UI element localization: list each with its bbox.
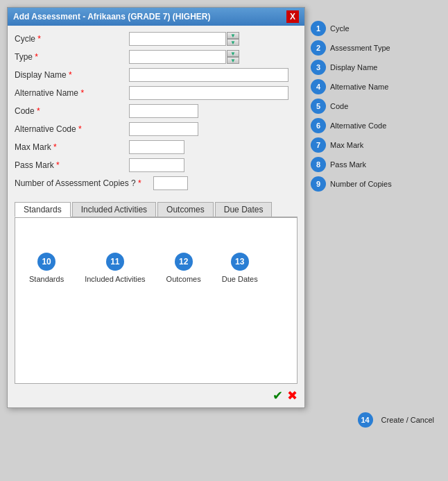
confirm-button[interactable]: ✔ bbox=[273, 388, 283, 403]
ann-6: 6 Alternative Code bbox=[311, 118, 392, 133]
tab-outcomes[interactable]: Outcomes bbox=[157, 202, 214, 217]
title-bar: Add Assessment - Afrikaans (GRADE 7) (HI… bbox=[8, 8, 304, 26]
ann-14: 14 Create / Cancel bbox=[358, 412, 434, 428]
tab-bubble-standards: 10 Standards bbox=[29, 253, 64, 283]
bubble-11-label: Included Activities bbox=[85, 275, 145, 283]
close-button[interactable]: X bbox=[286, 10, 299, 23]
cycle-required: * bbox=[37, 34, 41, 44]
tab-content[interactable]: 10 Standards 11 Included Activities 12 O… bbox=[15, 217, 298, 384]
cycle-btn-up[interactable]: ▼ bbox=[227, 32, 239, 39]
ann-bubble-1: 1 bbox=[311, 21, 326, 36]
ann-label-1: Cycle bbox=[330, 24, 350, 33]
cancel-button[interactable]: ✖ bbox=[287, 388, 298, 403]
pass-mark-label: Pass Mark * bbox=[15, 160, 129, 170]
cycle-row: Cycle * ▼ ▼ bbox=[15, 31, 298, 47]
num-copies-row: Number of Assessment Copies ? * 1 bbox=[15, 176, 298, 191]
ann-3: 3 Display Name bbox=[311, 60, 392, 75]
ann-9: 9 Number of Copies bbox=[311, 176, 392, 192]
tab-bubble-due-dates: 13 Due Dates bbox=[222, 253, 258, 283]
type-btn-up[interactable]: ▼ bbox=[227, 50, 239, 57]
bubble-13-label: Due Dates bbox=[222, 275, 258, 283]
ann-label-4: Alternative Name bbox=[330, 83, 388, 91]
code-label: Code * bbox=[15, 106, 129, 116]
bubble-12: 12 bbox=[175, 253, 193, 271]
bottom-bar: ✔ ✖ bbox=[8, 384, 304, 407]
max-mark-label: Max Mark * bbox=[15, 142, 129, 152]
alt-code-input[interactable] bbox=[129, 122, 198, 136]
type-input[interactable] bbox=[129, 50, 226, 64]
footer-annotation-row: 14 Create / Cancel bbox=[7, 408, 441, 428]
cycle-btn-down[interactable]: ▼ bbox=[227, 39, 239, 46]
display-name-input[interactable] bbox=[129, 68, 288, 82]
type-input-group: ▼ ▼ bbox=[129, 50, 239, 64]
code-row: Code * bbox=[15, 103, 298, 119]
ann-bubble-6: 6 bbox=[311, 118, 326, 133]
add-assessment-dialog: Add Assessment - Afrikaans (GRADE 7) (HI… bbox=[7, 7, 305, 408]
ann-5: 5 Code bbox=[311, 99, 392, 114]
bubble-13: 13 bbox=[231, 253, 249, 271]
tab-bubbles-area: 10 Standards 11 Included Activities 12 O… bbox=[15, 218, 297, 290]
ann-bubble-3: 3 bbox=[311, 60, 326, 75]
ann-label-14: Create / Cancel bbox=[381, 416, 434, 424]
type-label: Type * bbox=[15, 52, 129, 62]
ann-bubble-14: 14 bbox=[358, 412, 373, 428]
ann-8: 8 Pass Mark bbox=[311, 157, 392, 172]
ann-4: 4 Alternative Name bbox=[311, 79, 392, 94]
alt-name-row: Alternative Name * bbox=[15, 85, 298, 101]
tab-included-activities[interactable]: Included Activities bbox=[72, 202, 156, 217]
ann-label-7: Max Mark bbox=[330, 141, 363, 149]
max-mark-row: Max Mark * 1 bbox=[15, 140, 298, 155]
tabs-bar: Standards Included Activities Outcomes D… bbox=[15, 202, 298, 217]
type-row: Type * ▼ ▼ bbox=[15, 49, 298, 65]
bubble-12-label: Outcomes bbox=[166, 275, 201, 283]
code-input[interactable] bbox=[129, 104, 198, 118]
pass-mark-row: Pass Mark * 0 bbox=[15, 158, 298, 173]
display-name-row: Display Name * bbox=[15, 67, 298, 83]
cycle-input-group: ▼ ▼ bbox=[129, 32, 239, 46]
ann-bubble-4: 4 bbox=[311, 79, 326, 94]
ann-label-6: Alternative Code bbox=[330, 121, 386, 130]
ann-bubble-9: 9 bbox=[311, 176, 326, 192]
num-copies-label: Number of Assessment Copies ? * bbox=[15, 178, 153, 188]
ann-bubble-7: 7 bbox=[311, 137, 326, 153]
annotations-panel: 1 Cycle 2 Assessment Type 3 Display Name… bbox=[305, 7, 392, 196]
type-btn-down[interactable]: ▼ bbox=[227, 57, 239, 64]
ann-2: 2 Assessment Type bbox=[311, 40, 392, 56]
tab-due-dates[interactable]: Due Dates bbox=[215, 202, 273, 217]
bubble-10: 10 bbox=[37, 253, 55, 271]
ann-bubble-8: 8 bbox=[311, 157, 326, 172]
ann-7: 7 Max Mark bbox=[311, 137, 392, 153]
form-area: Cycle * ▼ ▼ bbox=[8, 26, 304, 199]
ann-bubble-5: 5 bbox=[311, 99, 326, 114]
tab-bubble-outcomes: 12 Outcomes bbox=[166, 253, 201, 283]
alt-code-row: Alternative Code * bbox=[15, 121, 298, 137]
ann-label-8: Pass Mark bbox=[330, 160, 366, 169]
num-copies-input[interactable]: 1 bbox=[153, 176, 188, 190]
ann-label-9: Number of Copies bbox=[330, 180, 392, 188]
tab-bubble-included-activities: 11 Included Activities bbox=[85, 253, 145, 283]
pass-mark-input[interactable]: 0 bbox=[129, 158, 184, 172]
cycle-label: Cycle * bbox=[15, 34, 129, 44]
ann-label-3: Display Name bbox=[330, 63, 377, 71]
bubble-11: 11 bbox=[106, 253, 124, 271]
alt-code-label: Alternative Code * bbox=[15, 124, 129, 134]
bubble-10-label: Standards bbox=[29, 275, 64, 283]
dialog-title: Add Assessment - Afrikaans (GRADE 7) (HI… bbox=[13, 12, 211, 22]
ann-label-5: Code bbox=[330, 102, 348, 110]
display-name-label: Display Name * bbox=[15, 70, 129, 80]
alt-name-label: Alternative Name * bbox=[15, 88, 129, 98]
ann-label-2: Assessment Type bbox=[330, 44, 390, 52]
cycle-input[interactable] bbox=[129, 32, 226, 46]
tab-standards[interactable]: Standards bbox=[15, 202, 71, 217]
ann-bubble-2: 2 bbox=[311, 40, 326, 56]
ann-1: 1 Cycle bbox=[311, 21, 392, 36]
alt-name-input[interactable] bbox=[129, 86, 288, 100]
max-mark-input[interactable]: 1 bbox=[129, 140, 184, 154]
